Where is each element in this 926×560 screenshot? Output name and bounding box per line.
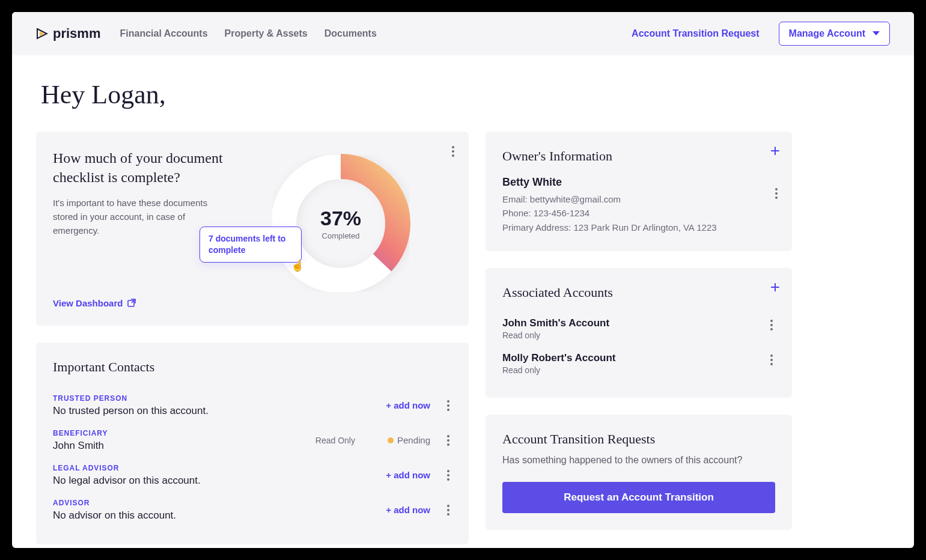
nav-financial-accounts[interactable]: Financial Accounts — [120, 28, 207, 39]
contact-row-trusted: TRUSTED PERSON No trusted person on this… — [53, 388, 452, 423]
associated-name: John Smith's Account — [502, 317, 609, 329]
kebab-icon[interactable] — [768, 317, 775, 333]
page-greeting: Hey Logan, — [41, 79, 890, 110]
contact-text: No legal advisor on this account. — [53, 475, 377, 487]
associated-row: Molly Robert's Account Read only — [502, 346, 775, 381]
owner-email-label: Email: — [502, 194, 528, 204]
topbar: prismm Financial Accounts Property & Ass… — [12, 12, 914, 55]
contact-text: No advisor on this account. — [53, 510, 377, 522]
contact-row-beneficiary: BENEFICIARY John Smith Read Only Pending — [53, 423, 452, 458]
readonly-label: Read Only — [315, 436, 355, 445]
associated-title: Associated Accounts — [502, 285, 775, 300]
kebab-icon[interactable] — [768, 352, 775, 368]
owner-email: Email: bettywhite@gmail.com — [502, 192, 775, 206]
add-owner-button[interactable]: + — [770, 142, 780, 159]
contact-role-label: BENEFICIARY — [53, 429, 307, 437]
manage-account-button[interactable]: Manage Account — [779, 22, 890, 46]
owner-name: Betty White — [502, 176, 775, 189]
associated-sub: Read only — [502, 365, 616, 375]
associated-sub: Read only — [502, 330, 609, 340]
contact-role-label: LEGAL ADVISOR — [53, 464, 377, 472]
kebab-icon[interactable] — [773, 186, 780, 201]
manage-account-label: Manage Account — [789, 28, 865, 39]
owner-email-value: bettywhite@gmail.com — [530, 194, 621, 204]
logo-mark-icon — [36, 28, 48, 40]
associated-name: Molly Robert's Account — [502, 352, 616, 364]
brand-name: prismm — [53, 26, 100, 41]
nav-property-assets[interactable]: Property & Assets — [225, 28, 308, 39]
owner-card: + Owner's Information Betty White Email:… — [486, 132, 792, 251]
progress-title: How much of your document checklist is c… — [53, 148, 233, 187]
requests-description: Has something happened to the owners of … — [502, 453, 775, 467]
owner-phone-value: 123-456-1234 — [534, 208, 589, 218]
progress-kebab-icon[interactable] — [448, 142, 458, 160]
contacts-card: Important Contacts TRUSTED PERSON No tru… — [36, 342, 469, 544]
add-associated-button[interactable]: + — [770, 279, 780, 296]
request-transition-button[interactable]: Request an Account Transition — [502, 482, 775, 513]
owner-phone: Phone: 123-456-1234 — [502, 206, 775, 220]
kebab-icon[interactable] — [445, 502, 452, 518]
chevron-down-icon — [873, 31, 880, 36]
requests-card: Account Transition Requests Has somethin… — [486, 415, 792, 530]
add-now-button[interactable]: + add now — [386, 400, 430, 410]
account-transition-link[interactable]: Account Transition Request — [632, 28, 759, 39]
donut-chart: 37% Completed 7 documents left to comple… — [266, 148, 416, 299]
owner-address-value: 123 Park Run Dr Arlington, VA 1223 — [573, 222, 716, 233]
owner-address: Primary Address: 123 Park Run Dr Arlingt… — [502, 221, 775, 234]
nav-documents[interactable]: Documents — [324, 28, 377, 39]
view-dashboard-link[interactable]: View Dashboard — [53, 298, 136, 308]
add-now-button[interactable]: + add now — [386, 470, 430, 480]
donut-tooltip: 7 documents left to complete — [200, 227, 302, 263]
associated-card: + Associated Accounts John Smith's Accou… — [486, 268, 792, 398]
external-link-icon — [127, 299, 136, 307]
pending-dot-icon — [388, 437, 394, 443]
add-now-button[interactable]: + add now — [386, 505, 430, 515]
view-dashboard-label: View Dashboard — [53, 298, 123, 308]
requests-title: Account Transition Requests — [502, 431, 775, 447]
contacts-title: Important Contacts — [53, 359, 452, 375]
contact-row-legal: LEGAL ADVISOR No legal advisor on this a… — [53, 458, 452, 493]
contact-role-label: ADVISOR — [53, 499, 377, 507]
donut-completed-label: Completed — [322, 231, 360, 240]
pending-badge: Pending — [388, 435, 430, 445]
contact-role-label: TRUSTED PERSON — [53, 394, 377, 403]
progress-card: How much of your document checklist is c… — [36, 132, 469, 326]
owner-title: Owner's Information — [502, 148, 775, 164]
brand-logo[interactable]: prismm — [36, 26, 100, 41]
donut-percent: 37% — [320, 207, 361, 230]
contact-text: John Smith — [53, 440, 307, 452]
owner-phone-label: Phone: — [502, 208, 531, 218]
associated-row: John Smith's Account Read only — [502, 311, 775, 346]
kebab-icon[interactable] — [445, 467, 452, 483]
pending-label: Pending — [397, 435, 430, 445]
nav-links: Financial Accounts Property & Assets Doc… — [120, 28, 376, 39]
kebab-icon[interactable] — [445, 398, 452, 413]
owner-address-label: Primary Address: — [502, 222, 571, 233]
kebab-icon[interactable] — [445, 433, 452, 448]
cursor-icon: ☝ — [291, 259, 304, 272]
contact-text: No trusted person on this account. — [53, 405, 377, 417]
contact-row-advisor: ADVISOR No advisor on this account. + ad… — [53, 493, 452, 528]
